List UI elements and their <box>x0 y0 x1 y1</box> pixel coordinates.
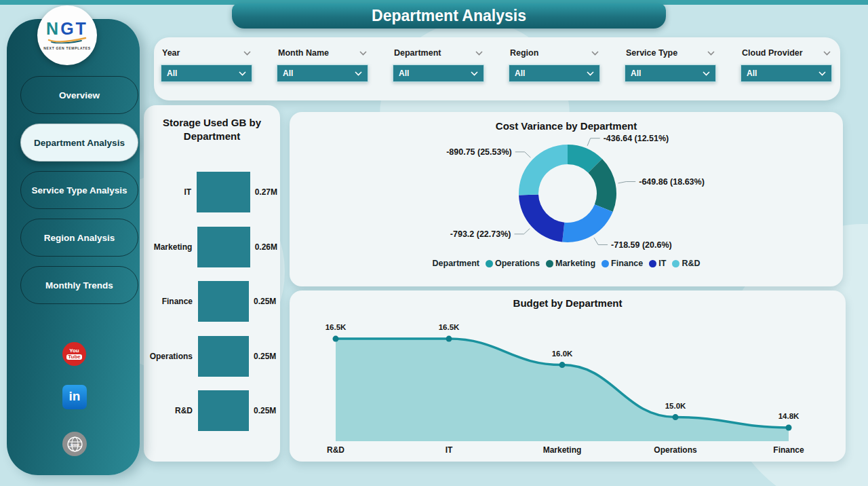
donut-data-label: -718.59 (20.6%) <box>611 240 672 250</box>
slicer-department: DepartmentAll <box>393 48 484 100</box>
bar-category-label: R&D <box>148 406 193 415</box>
bar-row-operations: Operations0.25M <box>148 329 277 384</box>
bar[interactable] <box>197 172 250 212</box>
donut-callout-line <box>618 182 635 183</box>
slicer-region: RegionAll <box>509 48 600 100</box>
donut-slice-it[interactable] <box>519 194 564 242</box>
sidebar-item-overview[interactable]: Overview <box>20 76 138 114</box>
donut-slice-r-d[interactable] <box>519 145 568 195</box>
slicer-dropdown-service-type[interactable]: All <box>625 64 716 82</box>
dashboard-page: OverviewDepartment AnalysisService Type … <box>0 0 868 486</box>
chevron-down-icon <box>239 71 246 76</box>
linkedin-icon[interactable]: in <box>62 385 87 409</box>
donut-callout-line <box>587 138 600 146</box>
data-point-finance[interactable] <box>786 424 792 430</box>
chevron-down-icon <box>243 51 251 56</box>
legend-label: Marketing <box>555 259 595 268</box>
data-point-it[interactable] <box>446 336 452 342</box>
slicer-dropdown-year[interactable]: All <box>161 64 252 82</box>
bar[interactable] <box>198 281 249 322</box>
chevron-down-icon <box>591 51 599 56</box>
svg-text:www: www <box>70 442 79 446</box>
sidebar-item-region-analysis[interactable]: Region Analysis <box>20 219 138 257</box>
legend-title: Department <box>433 259 479 268</box>
slicer-month-name: Month NameAll <box>277 48 368 100</box>
slicer-label: Cloud Provider <box>742 48 803 58</box>
youtube-text: Tube <box>66 354 82 360</box>
legend-item-operations[interactable]: Operations <box>486 259 540 268</box>
slicer-value: All <box>631 69 641 78</box>
storage-chart-title: Storage Used GB by Department <box>144 116 280 143</box>
bar[interactable] <box>197 227 250 267</box>
sidebar-item-service-type-analysis[interactable]: Service Type Analysis <box>20 171 138 209</box>
area-value-label: 16.5K <box>326 323 347 331</box>
budget-area-chart: 16.5KR&D16.5KIT16.0KMarketing15.0KOperat… <box>300 310 835 457</box>
youtube-text: You <box>69 348 79 354</box>
chevron-down-icon <box>475 51 483 56</box>
logo-swoosh <box>46 35 88 43</box>
bar[interactable] <box>198 390 249 431</box>
slicer-label: Region <box>510 48 538 58</box>
legend-dot <box>546 260 553 267</box>
chevron-down-icon <box>355 71 362 76</box>
slicer-label: Service Type <box>626 48 677 58</box>
donut-callout-line <box>594 238 608 244</box>
storage-chart-card: Storage Used GB by Department IT0.27MMar… <box>144 105 280 462</box>
slicer-header-year[interactable]: Year <box>161 48 252 58</box>
legend-label: R&D <box>682 259 700 268</box>
legend-label: IT <box>658 259 666 268</box>
legend-item-r-d[interactable]: R&D <box>672 259 700 268</box>
sidebar-item-department-analysis[interactable]: Department Analysis <box>20 124 138 162</box>
slicer-dropdown-department[interactable]: All <box>393 64 484 82</box>
bar-value-label: 0.25M <box>254 297 276 306</box>
slicer-dropdown-region[interactable]: All <box>509 64 600 82</box>
slicer-year: YearAll <box>161 48 252 100</box>
donut-data-label: -793.2 (22.73%) <box>450 229 511 239</box>
slicer-label: Department <box>394 48 441 58</box>
area-value-label: 16.0K <box>552 350 573 358</box>
cost-variance-card: Cost Variance by Department -436.64 (12.… <box>290 112 843 286</box>
slicer-header-service-type[interactable]: Service Type <box>625 48 716 58</box>
data-point-operations[interactable] <box>673 414 679 420</box>
x-axis-label: IT <box>446 445 453 455</box>
data-point-marketing[interactable] <box>559 362 566 368</box>
slicer-label: Year <box>162 48 180 58</box>
slicer-dropdown-month-name[interactable]: All <box>277 64 368 82</box>
chevron-down-icon <box>359 51 367 56</box>
slicer-dropdown-cloud-provider[interactable]: All <box>741 64 832 82</box>
sidebar-item-monthly-trends[interactable]: Monthly Trends <box>20 266 138 304</box>
legend-item-finance[interactable]: Finance <box>601 259 643 268</box>
sidebar: OverviewDepartment AnalysisService Type … <box>7 19 140 475</box>
globe-glyph: www <box>66 435 84 453</box>
filter-bar: YearAllMonth NameAllDepartmentAllRegionA… <box>154 37 840 100</box>
linkedin-text: in <box>69 389 81 404</box>
slicer-service-type: Service TypeAll <box>625 48 716 100</box>
bar-value-label: 0.25M <box>254 406 276 415</box>
bar[interactable] <box>198 336 249 377</box>
legend-dot <box>601 260 609 267</box>
chevron-down-icon <box>587 71 594 76</box>
donut-legend: DepartmentOperationsMarketingFinanceITR&… <box>290 259 843 268</box>
donut-callout-line <box>515 152 531 157</box>
bar-value-label: 0.25M <box>254 352 276 361</box>
chevron-down-icon <box>703 71 710 76</box>
bar-row-finance: Finance0.25M <box>148 274 277 329</box>
slicer-header-month-name[interactable]: Month Name <box>277 48 368 58</box>
slicer-header-cloud-provider[interactable]: Cloud Provider <box>741 48 832 58</box>
legend-item-it[interactable]: IT <box>649 259 666 268</box>
legend-item-marketing[interactable]: Marketing <box>546 259 595 268</box>
chevron-down-icon <box>818 71 826 76</box>
slicer-header-department[interactable]: Department <box>393 48 484 58</box>
youtube-icon[interactable]: YouTube <box>62 342 86 366</box>
legend-dot <box>672 260 679 267</box>
donut-slice-finance[interactable] <box>562 204 613 242</box>
website-globe-icon[interactable]: www <box>62 432 87 456</box>
slicer-value: All <box>167 69 177 78</box>
bar-row-r-d: R&D0.25M <box>148 384 277 438</box>
bar-category-label: Finance <box>148 297 193 306</box>
slicer-header-region[interactable]: Region <box>509 48 600 58</box>
data-point-r-d[interactable] <box>333 336 339 342</box>
chevron-down-icon <box>823 51 831 56</box>
x-axis-label: Finance <box>773 445 804 455</box>
ngt-logo: NGT NEXT GEN TEMPLATES <box>37 5 97 65</box>
